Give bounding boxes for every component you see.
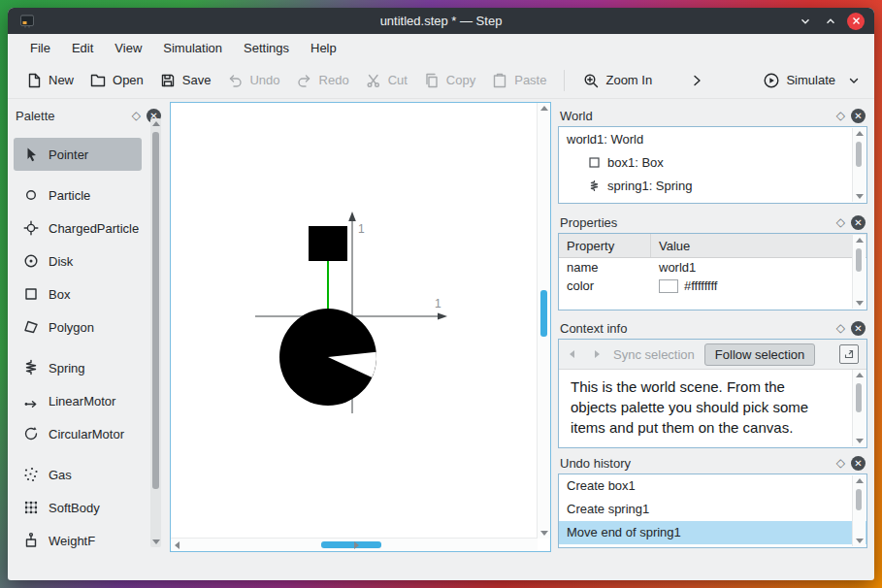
follow-selection-button[interactable]: Follow selection <box>704 343 816 366</box>
world-header: World ◇ ✕ <box>558 105 867 126</box>
palette-scrollbar[interactable] <box>150 118 161 547</box>
float-panel-icon[interactable]: ◇ <box>836 216 845 228</box>
palette-item-pointer[interactable]: Pointer <box>14 138 142 171</box>
scroll-down-icon[interactable] <box>540 531 548 536</box>
simulate-button[interactable]: Simulate <box>755 67 843 94</box>
float-panel-icon[interactable]: ◇ <box>836 110 845 121</box>
disk1-object[interactable] <box>279 309 376 406</box>
close-panel-icon[interactable]: ✕ <box>851 215 866 230</box>
palette-scrollbar-thumb[interactable] <box>152 132 159 489</box>
undo-scrollbar-thumb[interactable] <box>856 489 862 510</box>
scene-drawing[interactable]: 1 1 <box>171 103 538 539</box>
menu-edit[interactable]: Edit <box>61 37 104 59</box>
scroll-down-icon[interactable] <box>856 194 864 199</box>
close-panel-icon[interactable]: ✕ <box>851 456 866 471</box>
palette-item-linearmotor[interactable]: LinearMotor <box>14 384 142 417</box>
sync-selection-button[interactable]: Sync selection <box>613 347 695 362</box>
main-area: Palette ◇ ✕ Pointer Particle <box>8 99 874 580</box>
scroll-down-icon[interactable] <box>856 301 864 306</box>
canvas-vertical-scrollbar[interactable] <box>537 103 550 539</box>
palette-item-chargedparticle[interactable]: ChargedParticle <box>14 212 142 245</box>
menu-view[interactable]: View <box>104 37 152 59</box>
context-text: This is the world scene. From the object… <box>559 370 846 444</box>
menu-simulation[interactable]: Simulation <box>152 37 233 59</box>
properties-scrollbar-thumb[interactable] <box>856 248 862 272</box>
palette-item-disk[interactable]: Disk <box>14 245 142 278</box>
open-in-window-icon[interactable] <box>839 344 859 364</box>
palette-item-particle[interactable]: Particle <box>14 179 142 212</box>
redo-button[interactable]: Redo <box>288 67 357 94</box>
save-button[interactable]: Save <box>151 67 219 94</box>
scroll-down-icon[interactable] <box>856 539 864 543</box>
palette-item-softbody[interactable]: SoftBody <box>14 491 142 524</box>
property-row-name[interactable]: name world1 <box>559 258 866 277</box>
scene-canvas[interactable]: 1 1 <box>170 102 551 552</box>
scroll-left-icon[interactable] <box>175 541 180 549</box>
world-scrollbar-thumb[interactable] <box>856 142 862 167</box>
undo-icon <box>226 72 244 89</box>
maximize-button[interactable] <box>822 13 839 30</box>
scroll-up-icon[interactable] <box>856 238 864 243</box>
canvas-vscroll-thumb[interactable] <box>540 290 547 337</box>
palette-item-polygon[interactable]: Polygon <box>14 310 142 343</box>
float-panel-icon[interactable]: ◇ <box>132 110 141 121</box>
column-value[interactable]: Value <box>651 239 690 253</box>
minimize-button[interactable] <box>797 13 814 30</box>
scroll-up-icon[interactable] <box>856 131 864 136</box>
scroll-up-icon[interactable] <box>540 106 548 111</box>
weight-force-icon <box>21 531 41 550</box>
gas-icon <box>21 465 41 484</box>
property-row-color[interactable]: color #ffffffff <box>559 277 866 295</box>
palette-item-box[interactable]: Box <box>14 278 142 310</box>
properties-column-headers[interactable]: Property Value <box>559 234 866 258</box>
canvas-horizontal-scrollbar[interactable] <box>171 538 538 551</box>
close-button[interactable] <box>847 13 865 30</box>
simulate-dropdown-button[interactable] <box>843 68 865 93</box>
scroll-up-icon[interactable] <box>856 478 864 483</box>
tree-item-box1[interactable]: box1: Box <box>559 150 866 174</box>
paste-button[interactable]: Paste <box>483 67 554 94</box>
undo-item-create-box1[interactable]: Create box1 <box>559 474 866 498</box>
canvas-hscroll-thumb[interactable] <box>321 541 381 548</box>
open-button[interactable]: Open <box>82 67 151 94</box>
tree-item-spring1[interactable]: spring1: Spring <box>559 174 866 197</box>
palette-item-weightforce[interactable]: WeightF <box>14 524 142 553</box>
scroll-up-icon[interactable] <box>856 373 864 377</box>
menu-file[interactable]: File <box>19 37 61 59</box>
world-scrollbar[interactable] <box>852 128 866 202</box>
scroll-down-icon[interactable] <box>856 439 864 443</box>
menu-settings[interactable]: Settings <box>233 37 300 59</box>
menu-help[interactable]: Help <box>300 37 347 59</box>
column-property[interactable]: Property <box>559 234 651 257</box>
new-button[interactable]: New <box>17 67 82 94</box>
properties-scrollbar[interactable] <box>852 235 866 309</box>
palette-item-spring[interactable]: Spring <box>14 351 142 384</box>
context-scrollbar-thumb[interactable] <box>856 383 862 412</box>
float-panel-icon[interactable]: ◇ <box>836 322 845 334</box>
close-panel-icon[interactable]: ✕ <box>851 109 866 123</box>
float-panel-icon[interactable]: ◇ <box>836 457 845 469</box>
context-scrollbar[interactable] <box>852 370 866 446</box>
forward-button[interactable] <box>590 347 604 361</box>
toolbar-overflow-button[interactable] <box>681 67 712 94</box>
box1-object[interactable] <box>309 226 347 261</box>
scroll-down-icon[interactable] <box>152 539 160 544</box>
zoom-in-button[interactable]: Zoom In <box>574 67 660 94</box>
app-icon <box>19 14 35 29</box>
close-panel-icon[interactable]: ✕ <box>851 321 866 336</box>
box-icon <box>21 284 41 304</box>
undo-button[interactable]: Undo <box>218 67 287 94</box>
palette-item-gas[interactable]: Gas <box>14 458 142 491</box>
scroll-right-icon[interactable] <box>354 541 359 549</box>
scroll-up-icon[interactable] <box>152 121 160 126</box>
undo-item-create-spring1[interactable]: Create spring1 <box>559 498 866 521</box>
titlebar[interactable]: untitled.step * — Step <box>8 8 874 34</box>
undo-scrollbar[interactable] <box>852 475 866 546</box>
copy-button[interactable]: Copy <box>415 67 483 94</box>
palette-item-circularmotor[interactable]: CircularMotor <box>14 417 142 450</box>
undo-item-move-end-of-spring1[interactable]: Move end of spring1 <box>559 521 866 544</box>
back-button[interactable] <box>567 347 580 361</box>
tree-item-world1[interactable]: world1: World <box>559 127 866 150</box>
chevron-down-icon <box>800 16 811 27</box>
cut-button[interactable]: Cut <box>357 67 415 94</box>
